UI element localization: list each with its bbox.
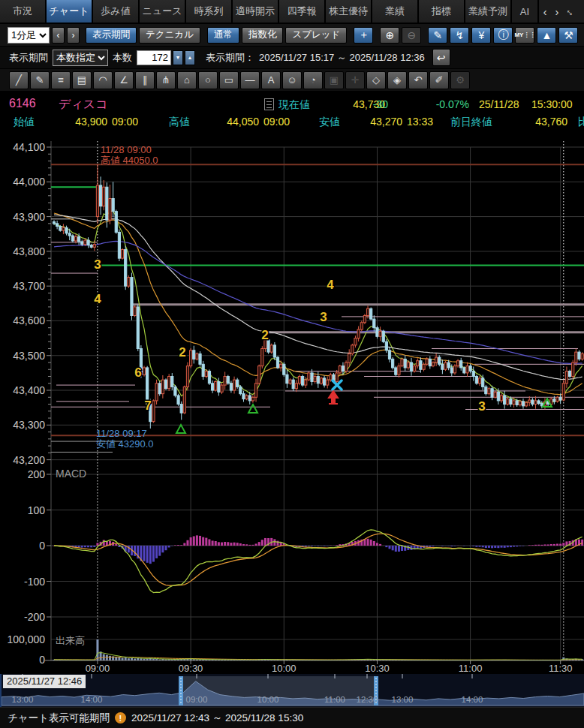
svg-text:10:00: 10:00 [257, 695, 279, 704]
count-mode-select[interactable]: 本数指定 [53, 50, 108, 66]
rectangle-icon[interactable]: ▭ [219, 71, 239, 89]
trend-cursor-button[interactable]: ↯ [450, 27, 469, 44]
svg-text:11:00: 11:00 [459, 663, 483, 674]
tabs: 市況チャート歩み値ニュース時系列適時開示四季報株主優待業績指標業績予測AI [0, 0, 539, 23]
expand-window-icon[interactable]: ↔ [563, 6, 578, 17]
tabs-next-chevron-icon[interactable]: › [551, 5, 563, 18]
info-circle-button[interactable]: ⓘ [493, 27, 513, 44]
svg-text:-200: -200 [24, 611, 45, 623]
tab-disclosure[interactable]: 適時開示 [233, 0, 279, 23]
svg-text:09:00: 09:00 [86, 663, 110, 674]
pitchfork-icon[interactable]: ⋔ [156, 71, 176, 89]
multi-lines-icon[interactable]: ▤ [72, 71, 92, 89]
svg-text:2: 2 [179, 345, 185, 359]
text-tool-icon[interactable]: A [261, 71, 281, 89]
top-tab-bar: 市況チャート歩み値ニュース時系列適時開示四季報株主優待業績指標業績予測AI ‹ … [0, 0, 584, 24]
open-value: 43,900 [71, 116, 107, 128]
tab-results[interactable]: 業績 [372, 0, 419, 23]
chart-area[interactable]: 44,10044,00043,90043,80043,70043,60043,5… [0, 131, 584, 674]
prev-close-value: 43,760 [530, 116, 567, 128]
indexed-button[interactable]: 指数化 [242, 27, 284, 44]
svg-text:43,300: 43,300 [13, 419, 45, 431]
yen-button[interactable]: ¥ [471, 27, 491, 44]
fibonacci-lines-icon[interactable]: ≡ [51, 71, 71, 89]
low-label: 安値 [319, 116, 340, 129]
tab-indicators[interactable]: 指標 [419, 0, 465, 23]
fibonacci-arc-icon[interactable]: ◠ [93, 71, 113, 89]
normal-button[interactable]: 通常 [207, 27, 239, 44]
range-value: 2025/11/27 15:17 ～ 2025/11/28 12:36 [259, 51, 425, 65]
svg-text:43,900: 43,900 [13, 211, 45, 223]
chart-navigator[interactable]: 2025/11/27 12:46 13:0014:0009:0010:0011:… [0, 674, 584, 707]
svg-text:09:00: 09:00 [186, 695, 208, 704]
eraser-all-icon[interactable]: ◈ [387, 71, 407, 89]
price-macd-volume-chart[interactable]: 44,10044,00043,90043,80043,70043,60043,5… [0, 131, 584, 674]
svg-text:13:00: 13:00 [392, 695, 414, 704]
svg-text:43,800: 43,800 [13, 245, 45, 257]
copy-icon: ▣ [324, 71, 344, 89]
svg-text:7: 7 [144, 399, 151, 413]
svg-text:出来高: 出来高 [56, 635, 85, 646]
low-value: 43,270 [366, 116, 402, 128]
tab-news[interactable]: ニュース [140, 0, 186, 23]
count-up-spinner[interactable]: ▲ [185, 50, 195, 65]
tab-ai[interactable]: AI [512, 0, 539, 23]
lock-edit-icon[interactable]: ✐ [429, 71, 449, 89]
count-input[interactable] [137, 50, 171, 65]
zoom-in-button[interactable]: ⊕ [380, 27, 399, 44]
horizontal-line-icon[interactable]: — [240, 71, 260, 89]
undo-draw-icon[interactable]: ↶ [408, 71, 428, 89]
next-chart-button[interactable]: › [67, 27, 80, 44]
zoom-out-button: ⊖ [402, 27, 421, 44]
svg-text:43,200: 43,200 [13, 454, 45, 466]
crosshair-button[interactable]: ＋ [354, 27, 373, 44]
display-period-button[interactable]: 表示期間 [86, 27, 137, 44]
count-down-spinner[interactable]: ▼ [173, 50, 183, 65]
draw-pencil-button[interactable]: ✎ [428, 27, 447, 44]
ellipse-icon[interactable]: ○ [198, 71, 218, 89]
toolbar-buttons: 表示期間テクニカル通常指数化スプレッド＋⊕⊖✎↯¥ⓘMY⋮⋮▲⚒⎙⬆ [86, 27, 584, 44]
svg-text:3: 3 [94, 257, 101, 272]
svg-text:11:00: 11:00 [324, 695, 345, 704]
svg-text:安値 43290.0: 安値 43290.0 [96, 438, 154, 450]
draw-settings-gear-icon: ⚙ [450, 71, 470, 89]
high-value: 44,050 [221, 116, 259, 128]
tab-forecast[interactable]: 業績予測 [465, 0, 512, 23]
high-time: 09:00 [263, 116, 290, 128]
undo-period-button[interactable]: ↩ [432, 49, 450, 66]
ratio-label: 比 [578, 116, 584, 129]
board-list-icon[interactable] [264, 98, 274, 110]
tab-shikiho[interactable]: 四季報 [279, 0, 326, 23]
eraser-icon[interactable]: ◇ [366, 71, 386, 89]
svg-text:44,100: 44,100 [13, 141, 45, 153]
tab-timeseries[interactable]: 時系列 [186, 0, 233, 23]
prev-chart-button[interactable]: ‹ [52, 27, 65, 44]
pencil-line-icon[interactable]: ✎ [30, 71, 50, 89]
tab-chart[interactable]: チャート [47, 0, 93, 23]
time-cycle-icon[interactable]: ◔ [303, 71, 323, 89]
pentagon-icon[interactable]: ⌂ [177, 71, 197, 89]
my-indicator-button[interactable]: MY⋮⋮ [515, 27, 534, 44]
area-chart-button[interactable]: ▲ [537, 27, 556, 44]
tab-tick[interactable]: 歩み値 [93, 0, 140, 23]
svg-text:11/28 09:00: 11/28 09:00 [101, 144, 152, 155]
tab-market[interactable]: 市況 [0, 0, 47, 23]
fan-lines-icon[interactable]: ∠ [114, 71, 134, 89]
trend-line-icon[interactable]: ╱ [9, 71, 29, 89]
vertical-lines-icon[interactable]: ∥ [135, 71, 155, 89]
technical-button[interactable]: テクニカル [139, 27, 200, 44]
icon-stamp-icon[interactable]: ☺ [282, 71, 302, 89]
svg-text:10:00: 10:00 [272, 663, 297, 674]
svg-text:MACD: MACD [56, 468, 86, 480]
chart-toolbar: 1分足 ‹ › 表示期間テクニカル通常指数化スプレッド＋⊕⊖✎↯¥ⓘMY⋮⋮▲⚒… [0, 24, 584, 47]
spread-button[interactable]: スプレッド [285, 27, 347, 44]
svg-text:43,400: 43,400 [13, 384, 45, 396]
wrench-button[interactable]: ⚒ [558, 27, 578, 44]
svg-text:14:00: 14:00 [462, 695, 483, 704]
svg-text:6: 6 [134, 366, 141, 380]
tab-benefit[interactable]: 株主優待 [326, 0, 372, 23]
tabs-prev-chevron-icon[interactable]: ‹ [539, 5, 551, 18]
prev-close-label: 前日終値 [450, 116, 492, 129]
timeframe-select[interactable]: 1分足 [8, 27, 50, 44]
navigator-minimap[interactable]: 13:0014:0009:0010:0011:0012:3013:0014:00 [2, 674, 584, 707]
